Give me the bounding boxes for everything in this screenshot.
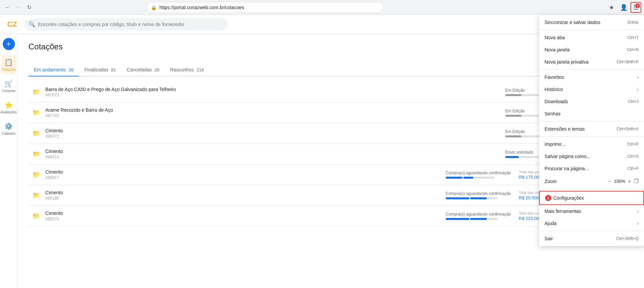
search-bar[interactable]: 🔍 — [24, 18, 227, 30]
avaliacoes-icon: ⭐ — [4, 101, 13, 109]
sidebar-item-label-cadastro: Cadastro — [2, 132, 16, 135]
menu-item-sair[interactable]: Sair Ctrl+Shift+Q — [539, 232, 644, 245]
chevron-right-icon: › — [637, 74, 639, 80]
url-text: https://portal.conazweb.com.br/cotacoes — [159, 5, 379, 10]
sidebar-item-label-avaliacoes: Avaliações — [0, 110, 17, 114]
menu-divider — [539, 136, 644, 137]
menu-divider — [539, 121, 644, 121]
cotacao-info: Arame Recozido e Barra de Aço #97743 — [45, 107, 500, 118]
folder-icon: 📁 — [32, 150, 40, 158]
cotacao-status: Compra(s) aguardando confirmação — [446, 191, 513, 199]
menu-item-favoritos[interactable]: Favoritos › — [539, 71, 644, 83]
forward-button[interactable]: → — [14, 3, 23, 12]
menu-item-imprimir[interactable]: Imprimir... Ctrl+P — [539, 138, 644, 150]
menu-divider — [539, 231, 644, 231]
cotacao-info: Cimento #88414 — [45, 149, 500, 159]
cotacao-info: Cimento #89274 — [45, 211, 440, 221]
configuracoes-badge: 2 — [545, 195, 551, 201]
add-button[interactable]: + — [3, 38, 15, 50]
cotacao-info: Cimento #88817 — [45, 169, 440, 180]
sidebar: + 📋 Cotações 🛒 Compras ⭐ Avaliações ⚙️ C… — [0, 34, 18, 288]
menu-button[interactable]: ☰ 1 — [630, 2, 641, 13]
bookmark-button[interactable]: ★ — [606, 2, 617, 13]
profile-button[interactable]: 👤 — [618, 2, 629, 13]
menu-divider — [539, 189, 644, 190]
context-menu: Sincronizar e salvar dados Entrar Nova a… — [539, 15, 644, 246]
menu-item-salvar[interactable]: Salvar página como... Ctrl+S — [539, 150, 644, 162]
menu-item-configuracoes[interactable]: 2 Configurações — [539, 191, 644, 205]
menu-item-senhas[interactable]: Senhas — [539, 108, 644, 120]
chevron-right-icon: › — [637, 208, 639, 214]
menu-divider — [539, 30, 644, 30]
sidebar-item-label-cotacoes: Cotações — [1, 68, 16, 71]
chevron-right-icon: › — [637, 87, 639, 92]
reload-button[interactable]: ↻ — [24, 3, 34, 12]
folder-icon: 📁 — [32, 109, 40, 116]
folder-icon: 📁 — [32, 192, 40, 199]
cadastro-icon: ⚙️ — [4, 122, 13, 130]
sidebar-item-avaliacoes[interactable]: ⭐ Avaliações — [1, 98, 16, 117]
sidebar-item-cadastro[interactable]: ⚙️ Cadastro — [1, 119, 16, 138]
cotacao-status: Compra(s) aguardando confirmação — [446, 212, 513, 220]
menu-item-nova-janela[interactable]: Nova janela Ctrl+N — [539, 44, 644, 56]
compras-icon: 🛒 — [4, 80, 13, 88]
browser-actions: ★ 👤 ☰ 1 — [606, 2, 641, 13]
nav-buttons: ← → ↻ — [3, 3, 34, 12]
chevron-right-icon: › — [637, 221, 639, 226]
tab-finalizadas[interactable]: Finalizadas 81 — [79, 64, 121, 76]
cotacao-info: Cimento #89188 — [45, 190, 440, 201]
zoom-plus-button[interactable]: + — [628, 178, 631, 184]
cotacao-info: Barra de Aço CA50 e Prego de Aço Galvani… — [45, 87, 500, 97]
page-title: Cotações — [28, 42, 63, 51]
sidebar-item-label-compras: Compras — [2, 89, 16, 93]
zoom-value: 100% — [614, 179, 625, 184]
menu-item-nova-aba[interactable]: Nova aba Ctrl+T — [539, 31, 644, 44]
menu-item-historico[interactable]: Histórico › — [539, 83, 644, 95]
search-input[interactable] — [38, 22, 223, 27]
menu-item-extensoes[interactable]: Extensões e temas Ctrl+Shift+A — [539, 123, 644, 135]
zoom-minus-button[interactable]: − — [608, 178, 611, 184]
menu-item-downloads[interactable]: Downloads Ctrl+J — [539, 95, 644, 108]
zoom-fullscreen-button[interactable]: ❐ — [634, 178, 639, 184]
menu-item-procurar[interactable]: Procurar na página... Ctrl+F — [539, 162, 644, 175]
address-bar[interactable]: 🔒 https://portal.conazweb.com.br/cotacoe… — [147, 2, 383, 13]
browser-chrome: ← → ↻ 🔒 https://portal.conazweb.com.br/c… — [0, 0, 644, 15]
folder-icon: 📁 — [32, 130, 40, 137]
cotacao-info: Cimento #90372 — [45, 128, 500, 139]
menu-divider — [539, 69, 644, 70]
tab-em-andamento[interactable]: Em andamento 39 — [28, 64, 79, 76]
menu-badge: 1 — [635, 3, 640, 8]
folder-icon: 📁 — [32, 171, 40, 178]
menu-item-ajuda[interactable]: Ajuda › — [539, 217, 644, 229]
search-icon: 🔍 — [28, 21, 35, 27]
back-button[interactable]: ← — [3, 3, 12, 12]
sidebar-item-cotacoes[interactable]: 📋 Cotações — [1, 56, 16, 74]
cotacao-status: Compra(s) aguardando confirmação — [446, 171, 513, 179]
folder-icon: 📁 — [32, 212, 40, 220]
tab-rascunhos[interactable]: Rascunhos 218 — [165, 64, 209, 76]
folder-icon: 📁 — [32, 88, 40, 96]
menu-item-zoom[interactable]: Zoom − 100% + ❐ — [539, 175, 644, 188]
lock-icon: 🔒 — [151, 5, 157, 10]
cotacoes-icon: 📋 — [4, 58, 13, 66]
menu-item-mais-ferramentas[interactable]: Mais ferramentas › — [539, 205, 644, 217]
tab-canceladas[interactable]: Canceladas 29 — [121, 64, 165, 76]
sidebar-item-compras[interactable]: 🛒 Compras — [1, 77, 16, 95]
logo[interactable]: CZ — [5, 18, 19, 31]
menu-item-nova-janela-privativa[interactable]: Nova janela privativa Ctrl+Shift+P — [539, 56, 644, 68]
menu-item-sync[interactable]: Sincronizar e salvar dados Entrar — [539, 16, 644, 28]
